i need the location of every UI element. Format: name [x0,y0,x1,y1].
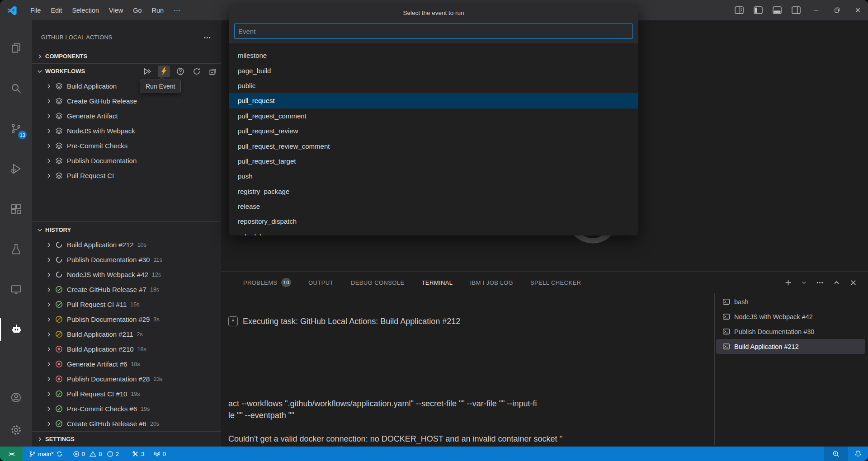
terminal-dropdown-icon[interactable] [801,279,807,287]
menu-item[interactable]: Edit [46,5,67,16]
search-icon[interactable] [0,76,32,100]
close-button[interactable] [847,0,868,20]
toggle-sidebar-icon[interactable] [754,6,763,14]
panel-tab[interactable]: IBM I JOB LOG [470,272,513,293]
new-terminal-icon[interactable] [784,279,792,287]
quickpick-item[interactable]: schedule [229,229,638,235]
panel-tab[interactable]: PROBLEMS 10 [243,272,291,293]
workflow-item[interactable]: Create GitHub Release [32,94,221,108]
menu-item[interactable]: File [25,5,46,16]
menu-item[interactable]: View [104,5,128,16]
section-workflows[interactable]: WORKFLOWS [32,64,221,79]
minimize-button[interactable] [806,0,826,20]
quickpick-item[interactable]: public [229,78,638,93]
notifications-bell-button[interactable] [848,447,868,461]
quickpick-item[interactable]: repository_dispatch [229,214,638,229]
quickpick-item[interactable]: registry_package [229,184,638,199]
sidebar-more-actions-icon[interactable] [203,34,211,42]
menu-item[interactable]: Go [128,5,146,16]
collapse-all-icon[interactable] [209,67,217,75]
remote-indicator[interactable]: >< [0,447,23,461]
toggle-secondary-sidebar-icon[interactable] [792,6,801,14]
history-item[interactable]: Pre-Commit Checks #6 19s [32,401,221,416]
git-branch-status[interactable]: main* [29,451,63,457]
chevron-right-icon [45,331,52,338]
run-all-workflows-icon[interactable] [143,67,151,75]
run-debug-icon[interactable] [0,157,32,180]
workflow-item[interactable]: Pull Request CI [32,168,221,183]
history-item[interactable]: Publish Documentation #28 23s [32,372,221,386]
terminal-tab[interactable]: bash [716,294,865,309]
history-item[interactable]: Create GitHub Release #7 18s [32,282,221,297]
workflow-label: Pre-Commit Checks [67,142,127,150]
run-event-button[interactable] [158,66,170,77]
terminal-tab[interactable]: Publish Documentation #30 [716,324,865,339]
history-item[interactable]: Build Application #212 10s [32,237,221,252]
menu-item[interactable]: Run [147,5,169,16]
menu-item[interactable]: Selection [67,5,104,16]
history-label: Publish Documentation #29 [67,315,150,323]
quickpick-item[interactable]: pull_request_target [229,154,638,169]
zoom-button[interactable] [824,447,848,461]
section-history[interactable]: HISTORY [32,222,221,237]
history-item[interactable]: Generate Artifact #6 18s [32,357,221,372]
history-item[interactable]: NodeJS with Webpack #42 12s [32,267,221,282]
accounts-icon[interactable] [0,386,32,409]
vscode-window: FileEditSelectionViewGoRun⋯ 13 GITHUB LO… [0,0,868,461]
panel-tab[interactable]: DEBUG CONSOLE [351,272,405,293]
history-item[interactable]: Pull Request CI #10 19s [32,386,221,401]
terminal-tabs-list: bash NodeJS with Webpack #42 Publish Doc… [714,293,866,445]
terminal-tab[interactable]: Build Application #212 [716,339,865,354]
history-status-icon [55,420,63,428]
quickpick-item[interactable]: push [229,169,638,183]
quickpick-item[interactable]: pull_request_comment [229,108,638,123]
history-item[interactable]: Create GitHub Release #6 20s [32,416,221,431]
quickpick-item[interactable]: pull_request [229,93,638,108]
panel-tab[interactable]: OUTPUT [308,272,334,293]
event-filter-input[interactable] [234,24,633,39]
menu-item[interactable]: ⋯ [169,5,185,16]
testing-icon[interactable] [0,237,32,261]
customize-layout-icon[interactable] [735,6,744,14]
history-item[interactable]: Pull Request CI #11 15s [32,297,221,312]
panel-tab[interactable]: TERMINAL [422,272,453,293]
vscode-logo-icon [7,5,17,15]
history-item[interactable]: Publish Documentation #30 11s [32,252,221,267]
history-item[interactable]: Build Application #210 18s [32,342,221,357]
chevron-down-icon [36,226,43,234]
more-actions-icon[interactable] [816,279,824,287]
workflow-item[interactable]: Build Application [32,79,221,94]
section-settings[interactable]: SETTINGS [32,432,221,447]
maximize-panel-icon[interactable] [833,279,840,287]
source-control-icon[interactable]: 13 [0,117,32,140]
settings-gear-icon[interactable] [0,418,32,442]
quickpick-item[interactable]: release [229,199,638,214]
refresh-icon[interactable] [193,67,201,75]
github-local-actions-icon[interactable] [0,318,32,341]
workflow-item[interactable]: Pre-Commit Checks [32,138,221,153]
section-components[interactable]: COMPONENTS [32,49,221,64]
quickpick-item[interactable]: pull_request_review_comment [229,138,638,153]
close-panel-icon[interactable] [849,279,857,287]
workflow-item[interactable]: Generate Artifact [32,108,221,123]
history-item[interactable]: Build Application #211 2s [32,327,221,342]
quickpick-item[interactable]: page_build [229,63,638,78]
explorer-icon[interactable] [0,36,32,60]
remote-explorer-icon[interactable] [0,278,32,301]
warning-icon [90,451,96,457]
problems-status[interactable]: 0 8 2 [73,451,122,457]
workflow-item[interactable]: Publish Documentation [32,153,221,168]
toggle-panel-icon[interactable] [773,6,782,14]
quickpick-item[interactable]: milestone [229,48,638,63]
workflow-item[interactable]: NodeJS with Webpack [32,123,221,138]
restore-button[interactable] [826,0,847,20]
quickpick-item[interactable]: pull_request_review [229,123,638,138]
history-item[interactable]: Publish Documentation #29 3s [32,312,221,327]
extensions-icon[interactable] [0,197,32,221]
terminal-tab[interactable]: NodeJS with Webpack #42 [716,309,865,324]
panel-tab[interactable]: SPELL CHECKER [530,272,581,293]
tools-status[interactable]: 3 [132,451,145,457]
error-count: 0 [82,451,85,457]
help-icon[interactable] [176,67,184,75]
broadcast-status[interactable]: 0 [154,451,166,457]
